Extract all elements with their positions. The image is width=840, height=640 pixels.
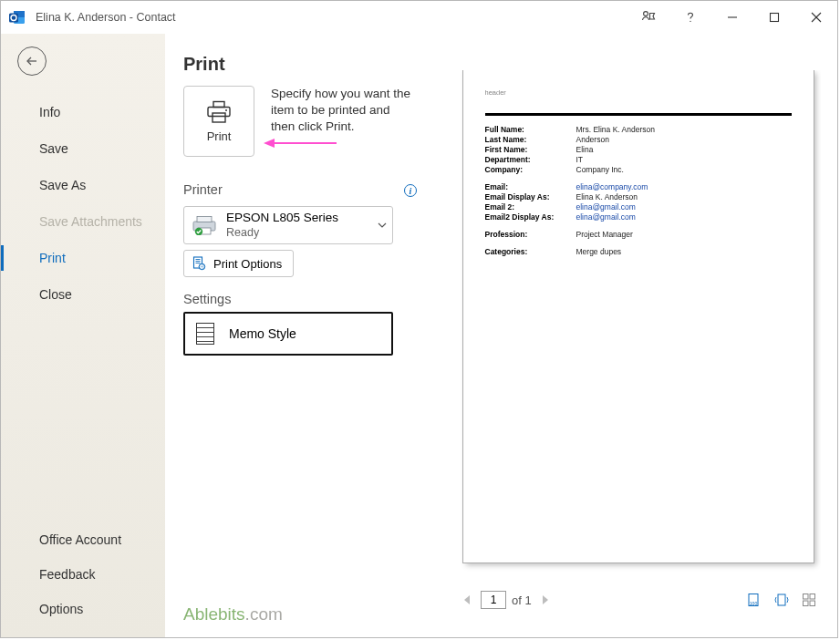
printer-select[interactable]: EPSON L805 Series Ready — [183, 206, 393, 244]
preview-field-label: Email 2: — [485, 202, 576, 212]
print-style-label: Memo Style — [229, 326, 296, 341]
svg-rect-31 — [804, 594, 809, 600]
print-button[interactable]: Print — [183, 86, 254, 157]
coming-soon-icon[interactable] — [627, 1, 669, 34]
close-button[interactable] — [795, 1, 837, 34]
maximize-button[interactable] — [753, 1, 795, 34]
svg-rect-7 — [771, 14, 779, 22]
printer-name: EPSON L805 Series — [226, 211, 338, 225]
preview-field-label: Categories: — [485, 247, 576, 257]
main-area: Print Print Specify how you want the ite… — [165, 34, 837, 637]
svg-rect-13 — [213, 113, 225, 122]
printer-icon — [205, 100, 233, 124]
preview-header: header — [485, 88, 792, 97]
preview-field-label: Profession: — [485, 230, 576, 240]
preview-field-value: elina@gmail.com — [576, 212, 648, 222]
preview-field-value: elina@gmail.com — [576, 202, 648, 212]
print-panel: Print Print Specify how you want the ite… — [165, 34, 439, 637]
watermark: Ablebits.com — [183, 604, 283, 625]
sidebar-item-save[interactable]: Save — [1, 130, 165, 167]
print-button-label: Print — [207, 129, 232, 143]
preview-field-value: Company Inc. — [576, 165, 655, 175]
printer-device-icon — [192, 215, 217, 235]
sidebar-item-feedback[interactable]: Feedback — [1, 557, 165, 592]
preview-field-value: Elina K. Anderson — [576, 192, 648, 202]
svg-marker-16 — [264, 139, 275, 148]
sidebar-item-save-attachments: Save Attachments — [1, 203, 165, 240]
preview-field-label: First Name: — [485, 145, 576, 155]
one-page-icon[interactable] — [773, 592, 790, 608]
svg-rect-11 — [213, 101, 224, 107]
svg-point-5 — [690, 21, 690, 22]
print-description: Specify how you want the item to be prin… — [271, 86, 417, 136]
preview-field-value: Merge dupes — [576, 247, 622, 257]
svg-rect-30 — [778, 594, 785, 605]
svg-rect-34 — [810, 601, 815, 606]
sidebar-item-info[interactable]: Info — [1, 94, 165, 130]
help-button[interactable] — [669, 1, 711, 34]
next-page-button[interactable] — [537, 594, 554, 605]
preview-field-label: Company: — [485, 165, 576, 175]
prev-page-button[interactable] — [459, 594, 475, 605]
print-options-icon — [192, 256, 206, 271]
preview-field-label: Email2 Display As: — [485, 212, 576, 222]
sidebar-item-office-account[interactable]: Office Account — [1, 522, 165, 557]
preview-field-label: Full Name: — [485, 125, 576, 135]
preview-field-label: Email Display As: — [485, 192, 576, 202]
back-button[interactable] — [17, 46, 47, 76]
svg-rect-18 — [197, 217, 212, 222]
print-style-select[interactable]: Memo Style — [183, 312, 393, 356]
svg-rect-12 — [208, 107, 230, 116]
actual-size-icon[interactable]: 100 — [746, 592, 762, 608]
printer-status: Ready — [226, 226, 338, 240]
titlebar: Elina K. Anderson - Contact — [1, 1, 837, 34]
sidebar-item-save-as[interactable]: Save As — [1, 167, 165, 203]
svg-rect-32 — [810, 594, 815, 600]
svg-marker-27 — [543, 595, 548, 604]
preview-field-value: Elina — [576, 145, 655, 155]
preview-field-label: Department: — [485, 155, 576, 165]
multiple-pages-icon[interactable] — [801, 592, 817, 608]
preview-field-label: Last Name: — [485, 135, 576, 145]
preview-field-value: Anderson — [576, 135, 655, 145]
preview-page: header Full Name:Mrs. Elina K. AndersonL… — [463, 70, 814, 563]
preview-field-value: elina@company.com — [576, 182, 648, 192]
print-options-label: Print Options — [213, 257, 282, 271]
svg-rect-33 — [804, 601, 809, 606]
svg-marker-26 — [464, 595, 470, 604]
printer-section-label: Printer — [183, 182, 223, 197]
preview-field-value: Mrs. Elina K. Anderson — [576, 125, 655, 135]
preview-field-value: Project Manager — [576, 230, 633, 240]
print-options-button[interactable]: Print Options — [183, 250, 294, 277]
sidebar-item-options[interactable]: Options — [1, 592, 165, 626]
info-icon[interactable]: i — [404, 184, 417, 197]
preview-field-value: IT — [576, 155, 655, 165]
svg-point-4 — [644, 12, 648, 16]
page-total-label: of 1 — [512, 594, 532, 607]
settings-section-label: Settings — [183, 292, 417, 306]
print-preview-pane: header Full Name:Mrs. Elina K. AndersonL… — [439, 34, 837, 637]
svg-text:100: 100 — [750, 601, 758, 606]
memo-style-icon — [196, 323, 214, 345]
preview-field-label: Email: — [485, 182, 576, 192]
backstage-sidebar: InfoSaveSave AsSave AttachmentsPrintClos… — [1, 34, 165, 637]
sidebar-item-print[interactable]: Print — [1, 240, 165, 276]
page-title: Print — [183, 54, 417, 75]
annotation-arrow-icon — [264, 137, 337, 150]
outlook-icon — [8, 8, 26, 26]
svg-point-14 — [225, 109, 227, 111]
chevron-down-icon — [378, 221, 387, 230]
window-title: Elina K. Anderson - Contact — [36, 11, 176, 24]
sidebar-item-close[interactable]: Close — [1, 276, 165, 313]
page-number-input[interactable] — [481, 591, 506, 609]
minimize-button[interactable] — [711, 1, 753, 34]
